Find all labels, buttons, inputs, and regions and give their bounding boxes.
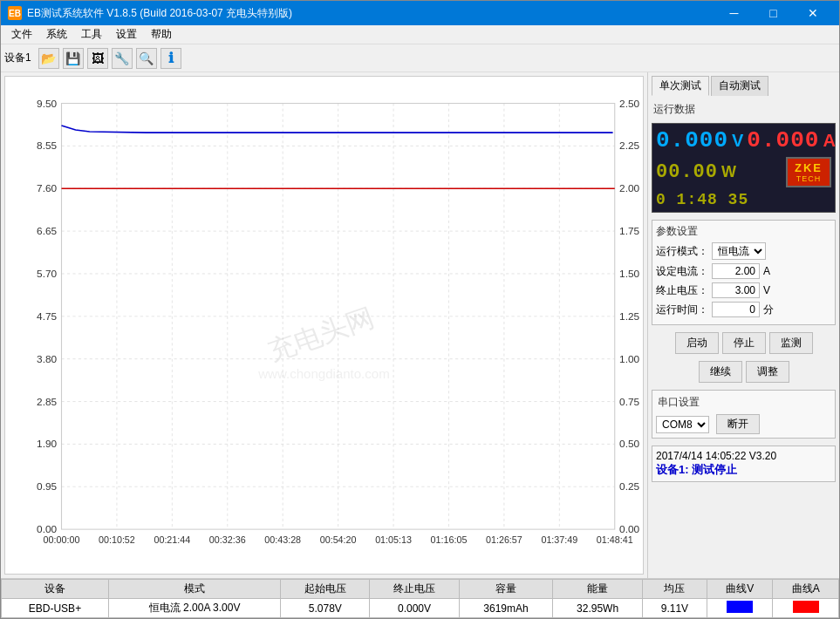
- menu-bar: 文件 系统 工具 设置 帮助: [1, 25, 839, 44]
- menu-help[interactable]: 帮助: [144, 25, 179, 44]
- continue-button[interactable]: 继续: [699, 361, 742, 383]
- cell-curve-a: [773, 599, 839, 618]
- toolbar: 设备1 📂 💾 🖼 🔧 🔍 ℹ: [1, 44, 839, 72]
- svg-text:2.25: 2.25: [619, 141, 639, 152]
- title-bar: EB EB测试系统软件 V1.8.5 (Build 2016-03-07 充电头…: [1, 1, 839, 25]
- time-display: 0 1:48 35: [656, 191, 748, 208]
- col-curve-a: 曲线A: [773, 580, 839, 599]
- cell-mode: 恒电流 2.00A 3.00V: [108, 599, 280, 618]
- current-display: 0.000: [747, 127, 819, 153]
- menu-settings[interactable]: 设置: [109, 25, 144, 44]
- running-data-box: 0.000 V 0.000 A 00.00 W ZKE TECH: [652, 123, 836, 213]
- close-button[interactable]: ✕: [793, 1, 832, 25]
- adjust-button[interactable]: 调整: [746, 361, 789, 383]
- settings-button[interactable]: 🔧: [112, 48, 133, 69]
- tab-single[interactable]: 单次测试: [652, 76, 709, 96]
- cell-curve-v: [707, 599, 773, 618]
- tab-row: 单次测试 自动测试: [652, 76, 836, 96]
- col-avg-v: 均压: [642, 580, 707, 599]
- maximize-button[interactable]: □: [754, 1, 793, 25]
- time-unit-label: 分: [763, 303, 777, 317]
- chart-area: [V] [A] EB Tester Software ZKETECH: [4, 76, 644, 575]
- stop-button[interactable]: 停止: [722, 332, 766, 354]
- params-section: 参数设置 运行模式： 恒电流 设定电流： 2.00 A 终止电压：: [652, 220, 836, 325]
- voltage-unit: V: [732, 131, 743, 151]
- svg-text:6.65: 6.65: [37, 226, 57, 236]
- btn-row-2: 继续 调整: [652, 361, 836, 383]
- menu-tools[interactable]: 工具: [74, 25, 109, 44]
- params-title: 参数设置: [656, 224, 831, 239]
- voltage-display: 0.000: [656, 127, 728, 153]
- table-row: EBD-USB+ 恒电流 2.00A 3.00V 5.078V 0.000V 3…: [2, 599, 839, 618]
- com-title: 串口设置: [656, 394, 831, 411]
- cell-energy: 32.95Wh: [553, 599, 642, 618]
- cell-end-v: 0.000V: [370, 599, 459, 618]
- svg-text:00:21:44: 00:21:44: [154, 536, 190, 546]
- mode-label: 运行模式：: [656, 244, 708, 259]
- svg-text:2.85: 2.85: [37, 397, 57, 407]
- svg-text:01:16:05: 01:16:05: [431, 536, 468, 546]
- voltage-value: 3.00: [712, 282, 760, 298]
- menu-system[interactable]: 系统: [39, 25, 74, 44]
- svg-text:1.25: 1.25: [619, 311, 639, 322]
- title-bar-left: EB EB测试系统软件 V1.8.5 (Build 2016-03-07 充电头…: [8, 6, 292, 21]
- tab-auto[interactable]: 自动测试: [711, 76, 768, 96]
- chart-svg: 9.50 8.55 7.60 6.65 5.70 4.75 3.80 2.85 …: [5, 77, 643, 574]
- mode-row: 运行模式： 恒电流: [656, 242, 831, 260]
- svg-text:01:48:41: 01:48:41: [597, 536, 633, 546]
- open-button[interactable]: 📂: [38, 48, 59, 69]
- minimize-button[interactable]: ─: [714, 1, 754, 25]
- cell-avg-v: 9.11V: [642, 599, 707, 618]
- status-section: 2017/4/14 14:05:22 V3.20 设备1: 测试停止: [652, 446, 836, 482]
- svg-text:0.50: 0.50: [619, 439, 639, 450]
- time-value: 0: [712, 302, 760, 317]
- info-button[interactable]: ℹ: [160, 48, 181, 69]
- col-mode: 模式: [108, 580, 280, 599]
- right-panel: 单次测试 自动测试 运行数据 0.000 V 0.000 A 00.00 W: [647, 72, 839, 578]
- search-button[interactable]: 🔍: [136, 48, 157, 69]
- svg-text:00:32:36: 00:32:36: [209, 536, 246, 546]
- time-row: 运行时间： 0 分: [656, 302, 831, 317]
- col-end-v: 终止电压: [370, 580, 459, 599]
- disconnect-button[interactable]: 断开: [716, 414, 760, 434]
- svg-text:01:37:49: 01:37:49: [541, 536, 577, 546]
- svg-text:00:10:52: 00:10:52: [99, 536, 135, 546]
- svg-text:0.25: 0.25: [619, 482, 639, 493]
- svg-text:1.50: 1.50: [619, 269, 639, 279]
- current-label: 设定电流：: [656, 264, 708, 279]
- svg-text:0.95: 0.95: [37, 482, 57, 493]
- power-unit: W: [721, 163, 736, 181]
- device-label: 设备1: [4, 51, 31, 65]
- save-button[interactable]: 💾: [63, 48, 84, 69]
- window-controls: ─ □ ✕: [714, 1, 832, 25]
- svg-text:1.90: 1.90: [37, 439, 57, 450]
- window-title: EB测试系统软件 V1.8.5 (Build 2016-03-07 充电头特别版…: [27, 6, 292, 21]
- svg-text:1.00: 1.00: [619, 354, 639, 364]
- svg-text:2.00: 2.00: [619, 184, 639, 194]
- cell-device: EBD-USB+: [2, 599, 109, 618]
- current-value: 2.00: [712, 263, 760, 279]
- start-button[interactable]: 启动: [675, 332, 719, 354]
- image-button[interactable]: 🖼: [87, 48, 108, 69]
- com-row: COM8 断开: [656, 414, 831, 434]
- col-start-v: 起始电压: [281, 580, 370, 599]
- main-content: [V] [A] EB Tester Software ZKETECH: [1, 72, 839, 578]
- svg-text:4.75: 4.75: [37, 311, 57, 322]
- svg-text:0.75: 0.75: [619, 397, 639, 407]
- voltage-row: 终止电压： 3.00 V: [656, 282, 831, 298]
- monitor-button[interactable]: 监测: [769, 332, 813, 354]
- zke-logo: ZKE TECH: [786, 157, 831, 187]
- status-message: 设备1: 测试停止: [656, 462, 831, 478]
- current-row: 设定电流： 2.00 A: [656, 263, 831, 279]
- cell-start-v: 5.078V: [281, 599, 370, 618]
- svg-text:00:54:20: 00:54:20: [320, 536, 357, 546]
- running-data-title: 运行数据: [652, 101, 836, 118]
- current-unit-label: A: [763, 265, 777, 277]
- com-port-select[interactable]: COM8: [656, 416, 709, 433]
- mode-select[interactable]: 恒电流: [712, 242, 766, 260]
- time-label: 运行时间：: [656, 303, 708, 317]
- svg-text:9.50: 9.50: [37, 99, 57, 109]
- voltage-label: 终止电压：: [656, 283, 708, 298]
- bottom-table: 设备 模式 起始电压 终止电压 容量 能量 均压 曲线V 曲线A EBD-USB…: [1, 578, 839, 618]
- menu-file[interactable]: 文件: [4, 25, 39, 44]
